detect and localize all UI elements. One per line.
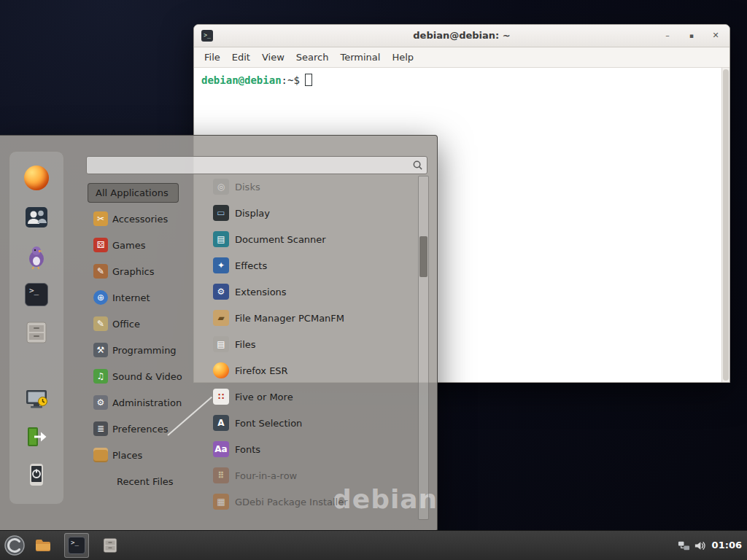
shut-down-icon	[23, 462, 50, 488]
app-list-scrollbar[interactable]	[418, 176, 429, 520]
search-icon	[412, 160, 423, 171]
terminal-icon: >_	[68, 537, 85, 554]
prompt-path: :~$	[282, 74, 300, 86]
category-preferences[interactable]: ≣ Preferences	[88, 416, 198, 442]
font-selection-icon: A	[213, 415, 229, 431]
close-button[interactable]: ✕	[706, 25, 725, 47]
favorite-users-app[interactable]	[23, 203, 50, 231]
display-icon: ▭	[213, 205, 229, 221]
games-icon: ⚄	[93, 238, 108, 252]
firefox-esr-icon	[213, 362, 229, 378]
clock[interactable]: 01:06	[712, 531, 742, 560]
administration-icon: ⚙	[93, 395, 108, 410]
application-list: ◎ Disks ▭ Display ▤ Document Scanner ✦ E…	[203, 174, 419, 515]
network-icon[interactable]	[678, 540, 690, 552]
terminal-icon: >_	[25, 283, 48, 306]
places-folder-icon	[93, 448, 108, 462]
cinnamon-logo-icon	[4, 535, 25, 556]
text-cursor	[305, 74, 312, 86]
maximize-button[interactable]: ▪	[682, 25, 701, 47]
category-list: All Applications ✂ Accessories ⚄ Games ✎…	[88, 179, 198, 494]
terminal-scrollbar[interactable]	[721, 68, 729, 382]
session-log-out[interactable]	[23, 423, 50, 451]
app-list-scrollbar-thumb[interactable]	[419, 236, 427, 277]
internet-icon: ⊕	[93, 290, 108, 305]
pcmanfm-icon: ▰	[213, 310, 229, 326]
taskbar-file-manager-button[interactable]	[31, 533, 55, 558]
prompt-user-host: debian@debian	[201, 74, 282, 86]
graphics-icon: ✎	[93, 264, 108, 279]
log-out-icon	[23, 424, 50, 450]
favorite-pidgin[interactable]	[23, 243, 50, 271]
lock-screen-icon	[23, 386, 50, 412]
menu-search-box[interactable]	[86, 156, 427, 174]
app-item-five-or-more[interactable]: ∷ Five or More	[203, 384, 419, 410]
category-games[interactable]: ⚄ Games	[88, 232, 198, 258]
app-item-display[interactable]: ▭ Display	[203, 200, 419, 226]
category-recent-files[interactable]: Recent Files	[88, 468, 198, 494]
category-places[interactable]: Places	[88, 442, 198, 468]
favorite-file-manager[interactable]	[23, 319, 50, 346]
taskbar-terminal-button[interactable]: >_	[64, 533, 89, 558]
menu-edit[interactable]: Edit	[226, 52, 256, 63]
session-lock-screen[interactable]	[23, 385, 50, 413]
app-item-effects[interactable]: ✦ Effects	[203, 252, 419, 279]
sound-video-icon: ♫	[93, 369, 108, 384]
category-internet[interactable]: ⊕ Internet	[88, 284, 198, 311]
app-item-four-in-a-row[interactable]: ⠿ Four-in-a-row	[203, 462, 419, 489]
category-accessories[interactable]: ✂ Accessories	[88, 206, 198, 232]
menu-terminal[interactable]: Terminal	[334, 52, 386, 63]
category-programming[interactable]: ⚒ Programming	[88, 337, 198, 363]
menu-file[interactable]: File	[198, 52, 226, 63]
app-item-fonts[interactable]: Aa Fonts	[203, 436, 419, 462]
programming-icon: ⚒	[93, 343, 108, 357]
app-item-files[interactable]: ▤ Files	[203, 331, 419, 357]
terminal-scrollbar-thumb[interactable]	[723, 69, 729, 381]
taskbar-files-button[interactable]	[98, 533, 123, 558]
file-cabinet-icon	[101, 537, 119, 554]
volume-icon[interactable]	[694, 540, 706, 552]
office-icon: ✎	[93, 316, 108, 331]
app-item-extensions[interactable]: ⚙ Extensions	[203, 279, 419, 305]
app-item-firefox-esr[interactable]: Firefox ESR	[203, 357, 419, 384]
shell-prompt: debian@debian:~$	[201, 74, 312, 86]
document-scanner-icon: ▤	[213, 231, 229, 247]
app-item-document-scanner[interactable]: ▤ Document Scanner	[203, 226, 419, 252]
category-administration[interactable]: ⚙ Administration	[88, 389, 198, 416]
terminal-menubar: File Edit View Search Terminal Help	[194, 47, 729, 68]
favorite-firefox[interactable]	[23, 164, 50, 192]
users-icon	[23, 204, 50, 230]
session-shut-down[interactable]	[23, 461, 50, 489]
app-item-file-manager-pcmanfm[interactable]: ▰ File Manager PCManFM	[203, 305, 419, 331]
extensions-icon: ⚙	[213, 284, 229, 300]
four-in-a-row-icon: ⠿	[213, 467, 229, 483]
category-sound-video[interactable]: ♫ Sound & Video	[88, 363, 198, 389]
effects-icon: ✦	[213, 257, 229, 273]
terminal-titlebar[interactable]: >_ debian@debian: ~ – ▪ ✕	[194, 25, 729, 47]
menu-view[interactable]: View	[256, 52, 290, 63]
taskbar: >_ 01:06	[0, 530, 747, 560]
category-graphics[interactable]: ✎ Graphics	[88, 258, 198, 284]
fonts-icon: Aa	[213, 441, 229, 457]
desktop: >_ debian@debian: ~ – ▪ ✕ File Edit View…	[0, 0, 747, 560]
applications-menu: debian >_	[0, 135, 438, 532]
menu-search[interactable]: Search	[290, 52, 335, 63]
accessories-icon: ✂	[93, 211, 108, 226]
gdebi-icon: ▦	[213, 494, 229, 510]
minimize-button[interactable]: –	[658, 25, 677, 47]
favorite-terminal[interactable]: >_	[23, 281, 50, 308]
menu-button[interactable]	[4, 535, 25, 556]
window-title: debian@debian: ~	[194, 25, 729, 47]
firefox-icon	[24, 166, 49, 190]
pidgin-icon	[23, 244, 50, 270]
preferences-icon: ≣	[93, 421, 108, 436]
menu-help[interactable]: Help	[386, 52, 419, 63]
search-input[interactable]	[90, 158, 410, 173]
app-item-disks[interactable]: ◎ Disks	[203, 174, 419, 200]
files-icon: ▤	[213, 336, 229, 352]
category-all-applications[interactable]: All Applications	[88, 179, 198, 206]
disks-icon: ◎	[213, 179, 229, 195]
app-item-font-selection[interactable]: A Font Selection	[203, 410, 419, 436]
category-office[interactable]: ✎ Office	[88, 311, 198, 337]
app-item-gdebi-package-installer[interactable]: ▦ GDebi Package Installer	[203, 489, 419, 515]
